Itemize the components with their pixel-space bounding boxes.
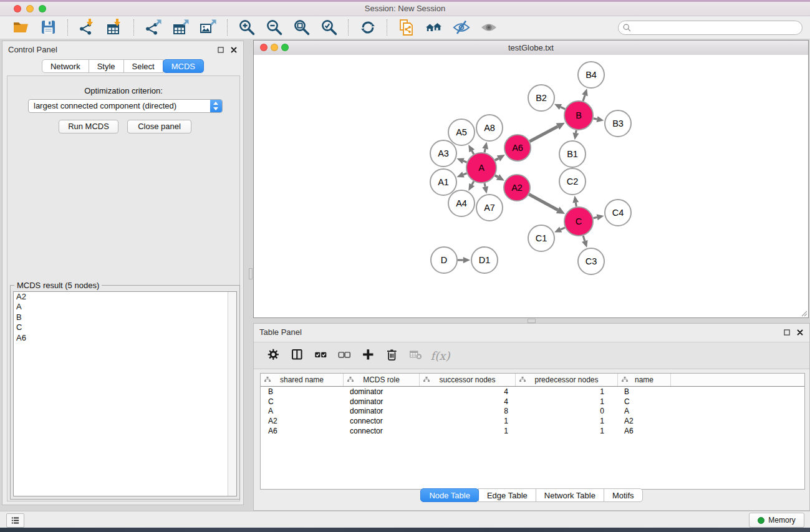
column-header-mcds-role[interactable]: MCDS role	[344, 374, 420, 386]
graph-node-label: A5	[456, 127, 467, 137]
zoom-fit-icon[interactable]	[292, 18, 312, 37]
tab-motifs[interactable]: Motifs	[604, 488, 643, 502]
graph-node-label: C	[576, 216, 582, 226]
column-header-name[interactable]: name	[618, 374, 671, 386]
zoom-in-icon[interactable]	[237, 18, 257, 37]
graph-edge-B-B2[interactable]	[561, 107, 565, 109]
table-cell: 1	[516, 397, 618, 406]
hide-graphics-details-icon[interactable]	[451, 18, 471, 37]
network-window-titlebar: testGlobe.txt	[254, 41, 808, 56]
graph-edge-arrowhead	[582, 240, 587, 248]
tab-network-table[interactable]: Network Table	[536, 488, 604, 502]
search-input[interactable]	[618, 21, 803, 35]
criterion-value: largest connected component (directed)	[34, 101, 176, 110]
import-network-icon[interactable]	[77, 18, 97, 37]
open-session-icon[interactable]	[11, 18, 31, 37]
import-table-icon[interactable]	[105, 18, 125, 37]
graph-edge-A-A5[interactable]	[472, 151, 474, 154]
horizontal-splitter-handle[interactable]	[528, 319, 536, 323]
column-label: name	[635, 375, 653, 384]
table-row[interactable]: Cdominator41C	[261, 397, 804, 407]
run-mcds-button[interactable]: Run MCDS	[59, 120, 118, 133]
tab-network[interactable]: Network	[42, 59, 89, 73]
network-canvas[interactable]: B4B2BB3A8A5A6A3B1AA1C2A2A4A7C4CC1C3DD1	[254, 55, 808, 317]
mcds-panel: Optimization criterion: largest connecte…	[7, 75, 240, 501]
graph-edge-A6-B[interactable]	[529, 127, 557, 142]
graph-node-label: A3	[438, 148, 449, 158]
tab-mcds[interactable]: MCDS	[163, 59, 204, 73]
table-row[interactable]: A2connector11A2	[261, 416, 804, 426]
graph-node-label: C3	[586, 256, 597, 266]
mcds-result-item[interactable]: A	[14, 302, 236, 312]
graph-edge-A-A3[interactable]	[463, 161, 467, 162]
graph-edge-A-A6[interactable]	[495, 158, 498, 160]
resize-corner-icon[interactable]	[800, 309, 808, 317]
close-panel-button[interactable]: Close panel	[127, 120, 191, 133]
columns-icon[interactable]	[290, 347, 306, 364]
export-network-icon[interactable]	[143, 18, 163, 37]
graph-edge-A-A4[interactable]	[472, 181, 474, 185]
graph-node-label: D	[441, 255, 447, 265]
deselect-all-icon[interactable]	[337, 347, 354, 364]
main-toolbar	[0, 16, 810, 39]
float-table-panel-icon[interactable]	[783, 328, 791, 337]
shared-column-icon	[423, 376, 430, 384]
graph-edge-B-B3[interactable]	[594, 118, 597, 119]
graph-edge-C-C1[interactable]	[561, 228, 565, 230]
graph-edge-C-C3[interactable]	[583, 236, 585, 241]
vertical-splitter-handle[interactable]	[249, 268, 253, 279]
refresh-layout-icon[interactable]	[358, 18, 378, 37]
column-header-successor-nodes[interactable]: successor nodes	[420, 374, 516, 386]
network-overview-icon[interactable]	[424, 18, 444, 37]
mcds-result-item[interactable]: A2	[14, 292, 236, 302]
tab-select[interactable]: Select	[123, 59, 163, 73]
criterion-select[interactable]: largest connected component (directed)	[28, 99, 223, 113]
graph-edge-A-A2[interactable]	[495, 175, 498, 177]
zoom-selected-icon[interactable]	[319, 18, 339, 37]
column-label: predecessor nodes	[534, 375, 598, 384]
graph-edge-arrowhead	[573, 132, 579, 140]
toolbar-separator	[387, 19, 388, 36]
column-header-predecessor-nodes[interactable]: predecessor nodes	[516, 374, 618, 386]
graph-edge-A-A1[interactable]	[463, 173, 467, 175]
tab-style[interactable]: Style	[89, 59, 124, 73]
float-panel-icon[interactable]	[216, 46, 225, 54]
table-row[interactable]: Adominator80A	[261, 407, 804, 417]
graph-node-label: B1	[567, 149, 578, 159]
graph-edge-A2-C[interactable]	[529, 195, 557, 210]
close-table-panel-icon[interactable]	[796, 328, 804, 337]
mcds-result-item[interactable]: A6	[14, 333, 236, 343]
node-table[interactable]: shared nameMCDS rolesuccessor nodesprede…	[260, 373, 805, 490]
table-cell: 0	[516, 407, 618, 415]
column-header-shared-name[interactable]: shared name	[261, 374, 344, 386]
graph-node-label: A7	[484, 203, 495, 213]
table-row[interactable]: A6connector11A6	[261, 426, 804, 436]
graph-edge-C-C2[interactable]	[576, 203, 576, 206]
mcds-result-item[interactable]: C	[14, 322, 236, 332]
select-all-icon[interactable]	[314, 347, 330, 364]
graph-edge-A-A7[interactable]	[485, 183, 485, 186]
memory-button[interactable]: Memory	[749, 513, 804, 528]
tab-edge-table[interactable]: Edge Table	[478, 488, 536, 502]
task-history-button[interactable]	[6, 513, 24, 528]
save-session-icon[interactable]	[39, 18, 59, 37]
tab-node-table[interactable]: Node Table	[420, 488, 479, 502]
graph-edge-B-B4[interactable]	[583, 95, 585, 101]
export-image-icon[interactable]	[198, 18, 218, 37]
mcds-result-item[interactable]: B	[14, 312, 236, 322]
graph-edge-A-A8[interactable]	[485, 149, 485, 153]
gear-icon[interactable]	[266, 347, 282, 364]
graph-node-label: C2	[567, 177, 579, 186]
table-row[interactable]: Bdominator41B	[261, 387, 804, 397]
duplicate-network-icon[interactable]	[397, 18, 417, 37]
zoom-out-icon[interactable]	[264, 18, 284, 37]
mcds-result-list[interactable]: A2ABCA6	[13, 291, 237, 496]
graph-edge-B-B1[interactable]	[576, 130, 576, 133]
export-table-icon[interactable]	[171, 18, 191, 37]
close-panel-icon[interactable]	[229, 46, 238, 54]
table-cell: 1	[516, 387, 618, 396]
add-column-icon[interactable]	[361, 347, 377, 364]
delete-column-icon[interactable]	[385, 347, 401, 364]
result-scrollbar[interactable]	[228, 292, 236, 496]
graph-edge-C-C4[interactable]	[593, 217, 597, 218]
